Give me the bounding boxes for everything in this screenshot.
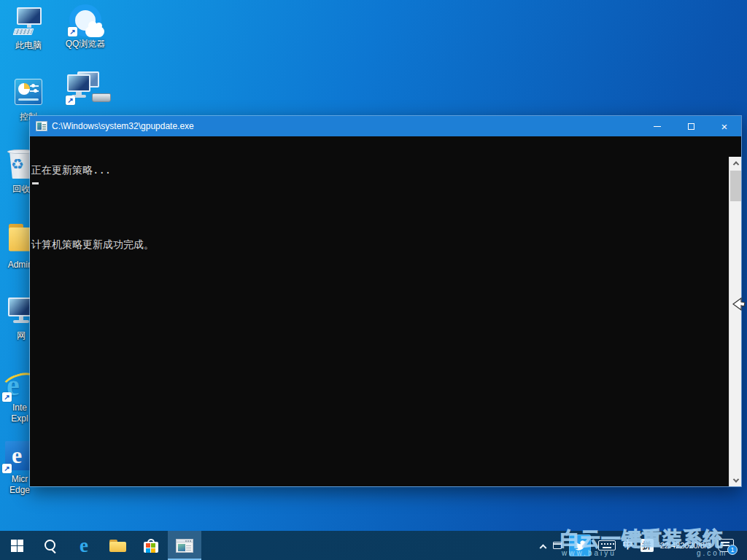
chevron-up-icon [732, 161, 738, 167]
shortcut-arrow-icon: ↗ [2, 464, 12, 473]
desktop-icon-this-pc[interactable]: 此电脑 [0, 6, 57, 51]
touch-keyboard-button[interactable] [595, 531, 619, 560]
taskbar-clock[interactable]: 22:42 2020/8/3 [657, 531, 714, 560]
notification-icon: 1 [718, 539, 734, 552]
shortcut-arrow-icon: ↗ [66, 96, 75, 105]
taskbar-store-button[interactable] [134, 531, 168, 560]
maximize-icon [688, 123, 694, 130]
console-line [31, 276, 727, 288]
network-computers-icon: ↗ [61, 71, 107, 104]
control-panel-icon [11, 77, 46, 109]
taskbar-file-explorer-button[interactable] [101, 531, 134, 560]
minimize-icon [654, 126, 661, 127]
icon-label: QQ浏览器 [57, 39, 114, 50]
ime-language-button[interactable]: 中 [619, 531, 637, 560]
taskbar: e [0, 531, 747, 560]
console-window-icon [176, 539, 193, 553]
maximize-button[interactable] [674, 116, 708, 136]
search-icon [44, 539, 57, 552]
edge-icon: e [80, 536, 88, 556]
console-window: C:\Windows\system32\gpupdate.exe × 正在更新策… [29, 115, 742, 487]
window-titlebar[interactable]: C:\Windows\system32\gpupdate.exe × [30, 116, 741, 136]
console-output: 正在更新策略... 计算机策略更新成功完成。 [31, 139, 727, 313]
window-icon [553, 542, 562, 549]
close-button[interactable]: × [708, 116, 741, 136]
system-tray: 中 拼 22:42 2020/8/3 1 [537, 531, 747, 560]
file-explorer-icon [109, 540, 126, 552]
twitter-bird-icon [573, 538, 587, 553]
scroll-down-button[interactable] [729, 474, 742, 486]
keyboard-icon [598, 540, 616, 551]
taskbar-edge-button[interactable]: e [67, 531, 101, 560]
scroll-up-button[interactable] [729, 157, 742, 169]
console-output-area[interactable]: 正在更新策略... 计算机策略更新成功完成。 [30, 136, 741, 486]
close-icon: × [721, 121, 728, 132]
console-cursor [32, 182, 39, 184]
icon-label: 此电脑 [0, 40, 57, 51]
tray-twitter-button[interactable] [565, 531, 595, 560]
tray-app-button[interactable] [549, 531, 565, 560]
shortcut-arrow-icon: ↗ [68, 27, 77, 36]
shortcut-arrow-icon: ↗ [2, 392, 12, 402]
console-line: 计算机策略更新成功完成。 [31, 238, 727, 251]
console-app-icon [36, 121, 47, 131]
clock-date: 2020/8/3 [680, 541, 711, 551]
search-button[interactable] [34, 531, 67, 560]
ime-pinyin-button[interactable]: 拼 [637, 531, 657, 560]
vertical-scrollbar[interactable] [729, 157, 741, 486]
chevron-up-icon [539, 544, 546, 551]
minimize-button[interactable] [640, 116, 674, 136]
tray-expand-button[interactable] [537, 531, 549, 560]
start-button[interactable] [0, 531, 34, 560]
chevron-down-icon [732, 476, 738, 482]
scrollbar-thumb[interactable] [730, 171, 741, 201]
console-line [31, 201, 727, 214]
action-center-button[interactable]: 1 [714, 531, 747, 560]
qq-browser-icon: ↗ [68, 4, 103, 36]
desktop-icon-qq-browser[interactable]: ↗ QQ浏览器 [57, 4, 114, 50]
notification-badge: 1 [727, 545, 738, 555]
windows-logo-icon [11, 540, 23, 552]
window-title: C:\Windows\system32\gpupdate.exe [52, 121, 194, 131]
this-pc-icon [11, 6, 46, 38]
clock-time: 22:42 [660, 541, 681, 551]
desktop-background: 此电脑 ↗ QQ浏览器 控制 ↗ [0, 0, 747, 560]
store-icon [144, 539, 158, 553]
taskbar-console-button[interactable] [168, 531, 201, 560]
console-line: 正在更新策略... [31, 164, 727, 176]
desktop-icon-network-computers[interactable]: ↗ [55, 71, 112, 106]
